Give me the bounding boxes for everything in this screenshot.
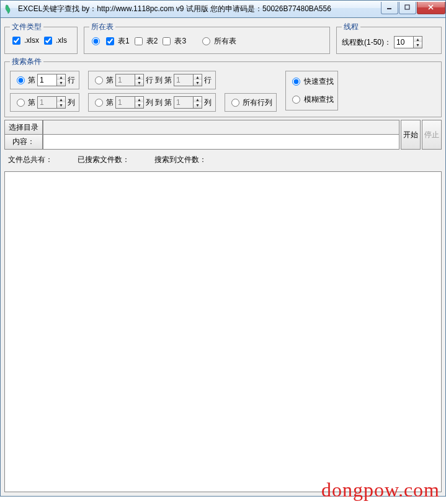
stop-button[interactable]: 停止 [422, 120, 442, 150]
single-col-radio[interactable] [17, 99, 25, 107]
svg-rect-1 [405, 5, 409, 9]
row-spinner[interactable]: ▲▼ [37, 74, 66, 86]
sheet3-checkbox[interactable] [163, 37, 171, 45]
minimize-button[interactable] [381, 2, 398, 14]
sheet-legend: 所在表 [89, 22, 115, 32]
thread-spinner[interactable]: ▲▼ [394, 36, 422, 48]
row-range-cell: 第 ▲▼ 行 到 第 ▲▼ 行 [88, 71, 216, 89]
fast-search-label: 快速查找 [304, 76, 334, 87]
stats-row: 文件总共有： 已搜索文件数： 搜索到文件数： [4, 152, 442, 168]
fuzzy-search-radio[interactable] [292, 96, 300, 104]
file-type-legend: 文件类型 [10, 22, 43, 32]
thread-legend: 线程 [342, 22, 360, 32]
searched-files-label: 已搜索文件数： [78, 155, 130, 165]
search-mode-cell: 快速查找 模糊查找 [285, 71, 338, 110]
xlsx-label: .xlsx [24, 36, 39, 45]
thread-value[interactable] [395, 37, 413, 48]
thread-group: 线程 线程数(1-50)： ▲▼ [336, 22, 442, 54]
close-button[interactable] [417, 2, 445, 14]
sheet1-label: 表1 [118, 36, 130, 47]
dir-input[interactable] [43, 120, 399, 135]
col-range-cell: 第 ▲▼ 列 到 第 ▲▼ 列 [88, 93, 216, 112]
sheet2-checkbox[interactable] [135, 37, 143, 45]
xlsx-checkbox[interactable] [12, 37, 20, 45]
all-rowcol-radio[interactable] [231, 99, 239, 107]
chevron-down-icon[interactable]: ▼ [414, 42, 422, 48]
found-files-label: 搜索到文件数： [154, 155, 207, 165]
total-files-label: 文件总共有： [8, 155, 53, 165]
sheet-radio-all[interactable] [202, 37, 210, 45]
single-row-cell: 第 ▲▼ 行 [10, 71, 79, 89]
window-title: EXCEL关键字查找 by：http://www.1118pc.com v9 试… [18, 4, 380, 14]
chevron-up-icon[interactable]: ▲ [414, 37, 422, 42]
sheet-radio-selected[interactable] [92, 37, 100, 45]
search-conditions-group: 搜索条件 第 ▲▼ 行 第 ▲▼ 列 [4, 56, 442, 117]
all-rowcol-cell: 所有行列 [225, 93, 277, 112]
xls-label: .xls [56, 36, 67, 45]
select-dir-button[interactable]: 选择目录 [4, 120, 43, 135]
single-col-cell: 第 ▲▼ 列 [10, 93, 79, 112]
watermark: dongpow.com [321, 479, 440, 502]
titlebar: EXCEL关键字查找 by：http://www.1118pc.com v9 试… [1, 1, 445, 18]
maximize-button[interactable] [399, 2, 416, 14]
xls-checkbox[interactable] [44, 37, 52, 45]
sheet-all-label: 所有表 [214, 36, 236, 47]
content-label: 内容： [4, 135, 43, 150]
single-row-radio[interactable] [17, 76, 25, 84]
sheet-group: 所在表 表1 表2 表3 所有表 [84, 22, 330, 54]
sheet2-label: 表2 [146, 36, 158, 47]
start-button[interactable]: 开始 [401, 120, 421, 150]
thread-label: 线程数(1-50)： [342, 37, 391, 48]
search-legend: 搜索条件 [10, 56, 43, 67]
row-range-radio[interactable] [95, 76, 103, 84]
sheet1-checkbox[interactable] [106, 37, 114, 45]
sheet3-label: 表3 [174, 36, 186, 47]
app-icon [4, 4, 14, 14]
file-type-group: 文件类型 .xlsx .xls [4, 22, 78, 54]
fuzzy-search-label: 模糊查找 [304, 94, 334, 105]
results-area[interactable] [4, 171, 442, 492]
content-input[interactable] [43, 135, 399, 150]
col-range-radio[interactable] [95, 99, 103, 107]
fast-search-radio[interactable] [292, 78, 300, 86]
all-rowcol-label: 所有行列 [243, 97, 272, 108]
col-spinner[interactable]: ▲▼ [37, 96, 66, 109]
